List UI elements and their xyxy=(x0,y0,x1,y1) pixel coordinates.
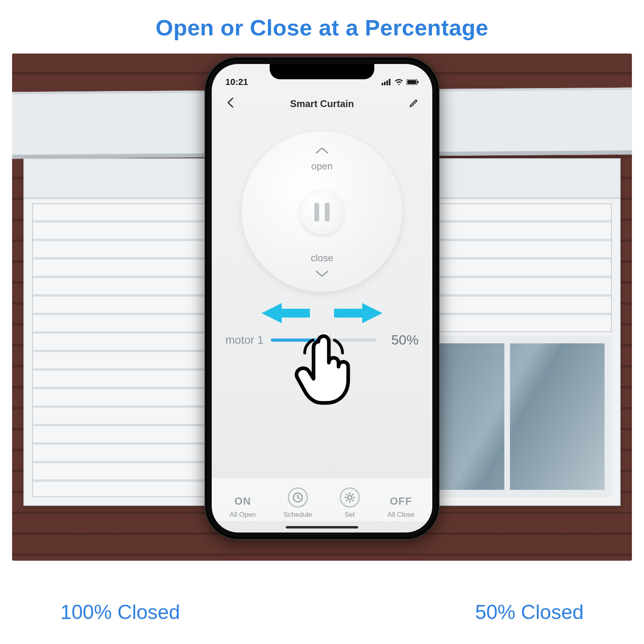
close-button[interactable]: close xyxy=(311,252,333,280)
all-open-label: All Open xyxy=(229,511,256,519)
schedule-button[interactable]: Schedule xyxy=(283,487,312,519)
slider-label: motor 1 xyxy=(225,334,264,347)
caption-right: 50% Closed xyxy=(475,601,584,624)
pause-icon xyxy=(325,203,330,221)
wifi-icon xyxy=(394,79,403,85)
open-button[interactable]: open xyxy=(311,144,332,172)
all-close-button[interactable]: OFF All Close xyxy=(388,495,415,519)
svg-rect-3 xyxy=(389,79,390,85)
svg-marker-7 xyxy=(262,303,310,323)
svg-line-18 xyxy=(346,500,348,502)
control-dial: open close xyxy=(242,131,402,292)
status-time: 10:21 xyxy=(225,77,248,87)
open-label: open xyxy=(311,161,332,172)
svg-marker-8 xyxy=(334,303,382,323)
arrow-right-icon xyxy=(334,303,382,323)
svg-line-15 xyxy=(346,494,348,495)
all-open-button[interactable]: ON All Open xyxy=(229,495,256,519)
headline: Open or Close at a Percentage xyxy=(0,0,644,54)
chevron-up-icon xyxy=(315,144,329,157)
phone-notch xyxy=(270,64,374,79)
set-label: Set xyxy=(345,511,355,519)
svg-line-17 xyxy=(352,494,353,495)
gear-icon xyxy=(340,487,360,508)
background-photo: 10:21 xyxy=(12,54,632,561)
signal-icon xyxy=(382,79,391,85)
bottom-bar: ON All Open Schedule Set xyxy=(212,478,432,521)
edit-button[interactable] xyxy=(407,97,421,111)
pause-button[interactable] xyxy=(299,190,345,235)
svg-rect-1 xyxy=(384,82,386,85)
svg-rect-5 xyxy=(407,80,416,84)
phone-screen: 10:21 xyxy=(212,64,432,533)
arrow-left-icon xyxy=(262,303,310,323)
off-label: OFF xyxy=(390,495,412,508)
svg-rect-6 xyxy=(417,81,419,83)
all-close-label: All Close xyxy=(388,511,415,519)
svg-rect-0 xyxy=(382,83,383,85)
svg-point-10 xyxy=(348,495,352,500)
on-label: ON xyxy=(234,495,251,508)
set-button[interactable]: Set xyxy=(340,487,360,519)
slider-value: 50% xyxy=(384,332,419,348)
home-indicator[interactable] xyxy=(286,526,358,528)
back-button[interactable] xyxy=(223,97,237,111)
page-title: Smart Curtain xyxy=(290,98,354,109)
close-label: close xyxy=(311,252,333,264)
nav-bar: Smart Curtain xyxy=(212,92,432,115)
clock-icon xyxy=(288,487,308,508)
svg-line-16 xyxy=(352,500,353,502)
pause-icon xyxy=(314,203,319,221)
caption-left: 100% Closed xyxy=(60,601,180,624)
touch-hand-icon xyxy=(294,334,355,408)
chevron-down-icon xyxy=(315,268,329,280)
battery-icon xyxy=(407,79,419,85)
slider-hint-arrows xyxy=(212,303,432,323)
schedule-label: Schedule xyxy=(283,511,312,519)
phone-frame: 10:21 xyxy=(204,57,440,540)
svg-rect-2 xyxy=(386,80,388,85)
